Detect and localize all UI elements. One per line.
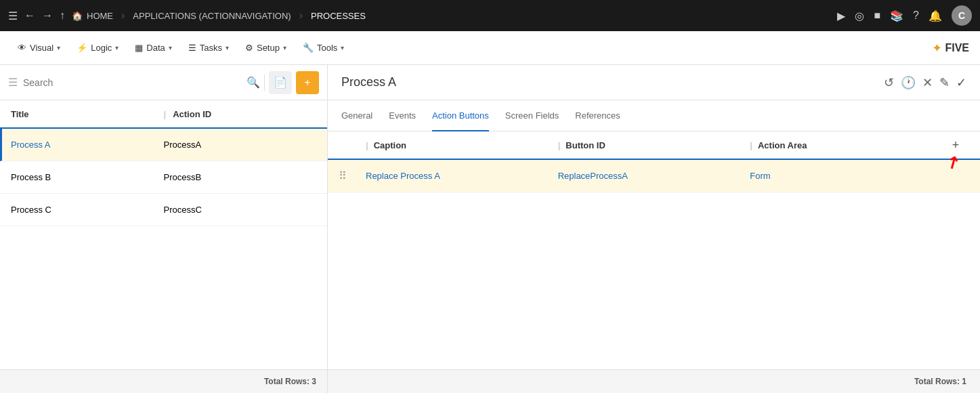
table-row[interactable]: Process A ProcessA <box>0 129 327 161</box>
right-cell-action-area-0: Form <box>750 171 942 181</box>
tab-screen-fields[interactable]: Screen Fields <box>505 101 559 131</box>
breadcrumb-sep-1: › <box>121 9 125 22</box>
books-icon[interactable]: 📚 <box>890 9 903 22</box>
search-icon[interactable]: 🔍 <box>247 76 260 89</box>
header-title: Title <box>11 109 164 119</box>
toolbar-logic[interactable]: ⚡ Logic ▾ <box>70 39 125 57</box>
breadcrumb-sep-2: › <box>299 9 303 22</box>
toolbar: 👁 Visual ▾ ⚡ Logic ▾ ▦ Data ▾ ☰ Tasks ▾ … <box>0 31 980 65</box>
breadcrumb-app[interactable]: APPLICATIONS (ACTIONNAVIGATION) <box>133 11 291 21</box>
tools-caret: ▾ <box>341 44 344 51</box>
search-actions: 🔍 📄 + <box>247 71 319 94</box>
cell-id-2: ProcessC <box>164 205 317 215</box>
search-bar: ☰ 🔍 📄 + <box>0 65 327 100</box>
toolbar-tools[interactable]: 🔧 Tools ▾ <box>296 39 351 57</box>
visual-icon: 👁 <box>18 43 26 53</box>
logic-icon: ⚡ <box>77 43 87 53</box>
right-panel-actions: ↺ 🕐 ✕ ✎ ✓ <box>884 75 966 90</box>
toolbar-tasks[interactable]: ☰ Tasks ▾ <box>182 39 236 57</box>
five-logo-icon: ✦ <box>932 41 942 56</box>
right-table-row[interactable]: ⠿ Replace Process A ReplaceProcessA Form <box>328 160 980 192</box>
filter-icon: ☰ <box>8 76 18 89</box>
top-nav-left: ☰ ← → ↑ 🏠 HOME › APPLICATIONS (ACTIONNAV… <box>8 9 832 22</box>
table-row[interactable]: Process C ProcessC <box>0 194 327 226</box>
play-icon[interactable]: ▶ <box>837 9 845 22</box>
cell-id-1: ProcessB <box>164 172 317 182</box>
add-button[interactable]: + <box>296 71 319 94</box>
cell-id-0: ProcessA <box>164 140 317 150</box>
search-divider <box>264 75 265 91</box>
table-row[interactable]: Process B ProcessB <box>0 161 327 194</box>
right-header-button-id: | Button ID <box>558 140 750 150</box>
breadcrumb-processes[interactable]: PROCESSES <box>311 11 366 21</box>
save-icon[interactable]: ✓ <box>956 75 966 90</box>
right-panel-title: Process A <box>341 75 396 89</box>
table-footer: Total Rows: 3 <box>0 369 327 393</box>
copy-button[interactable]: 📄 <box>269 71 292 94</box>
drag-handle-icon[interactable]: ⠿ <box>339 169 366 182</box>
menu-icon[interactable]: ☰ <box>8 9 18 22</box>
tab-general[interactable]: General <box>341 101 372 131</box>
toolbar-visual[interactable]: 👁 Visual ▾ <box>11 39 67 57</box>
right-panel: ↗ Process A ↺ 🕐 ✕ ✎ ✓ General Events Act… <box>328 65 980 393</box>
setup-icon: ⚙ <box>245 43 253 53</box>
edit-icon[interactable]: ✎ <box>939 75 950 90</box>
tab-action-buttons[interactable]: Action Buttons <box>432 101 489 131</box>
up-icon[interactable]: ↑ <box>60 9 65 22</box>
bell-icon[interactable]: 🔔 <box>929 9 942 22</box>
tab-references[interactable]: References <box>575 101 620 131</box>
right-header-caption: | Caption <box>366 140 558 150</box>
right-table-body: ⠿ Replace Process A ReplaceProcessA Form <box>328 160 980 369</box>
right-header-divider-2: | <box>558 140 561 150</box>
main-content: ☰ 🔍 📄 + Title | Action ID Process A Proc… <box>0 65 980 393</box>
close-icon[interactable]: ✕ <box>922 75 933 90</box>
right-cell-button-id-0: ReplaceProcessA <box>558 171 750 181</box>
visual-caret: ▾ <box>57 44 60 51</box>
add-row-button[interactable]: + <box>942 138 969 152</box>
tasks-caret: ▾ <box>226 44 229 51</box>
home-icon: 🏠 <box>72 11 83 21</box>
tab-events[interactable]: Events <box>389 101 416 131</box>
right-cell-caption-0: Replace Process A <box>366 171 558 181</box>
search-input[interactable] <box>23 77 241 88</box>
right-table-header: | Caption | Button ID | Action Area + <box>328 131 980 160</box>
cell-title-2: Process C <box>11 205 164 215</box>
help-icon[interactable]: ? <box>913 9 919 22</box>
data-caret: ▾ <box>169 44 172 51</box>
setup-caret: ▾ <box>283 44 286 51</box>
forward-icon[interactable]: → <box>42 9 53 22</box>
tabs: General Events Action Buttons Screen Fie… <box>328 100 980 131</box>
cell-title-0: Process A <box>11 140 164 150</box>
right-header-action-area: | Action Area <box>750 140 942 150</box>
toolbar-data[interactable]: ▦ Data ▾ <box>128 39 178 57</box>
breadcrumb-home[interactable]: 🏠 HOME <box>72 11 113 21</box>
search-nav-icon[interactable]: ◎ <box>855 9 864 22</box>
right-panel-header: Process A ↺ 🕐 ✕ ✎ ✓ <box>328 65 980 100</box>
five-logo: ✦ FIVE <box>932 41 969 56</box>
tasks-icon: ☰ <box>188 43 196 53</box>
table-body: Process A ProcessA Process B ProcessB Pr… <box>0 129 327 369</box>
table-header: Title | Action ID <box>0 100 327 129</box>
user-avatar[interactable]: C <box>952 5 972 26</box>
right-header-divider-3: | <box>750 140 752 150</box>
right-header-divider-1: | <box>366 140 368 150</box>
undo-icon[interactable]: ↺ <box>884 75 894 90</box>
header-divider: | <box>164 109 167 119</box>
header-action-id: | Action ID <box>164 109 317 119</box>
back-icon[interactable]: ← <box>24 9 35 22</box>
top-nav: ☰ ← → ↑ 🏠 HOME › APPLICATIONS (ACTIONNAV… <box>0 0 980 31</box>
top-nav-right: ▶ ◎ ■ 📚 ? 🔔 C <box>837 5 972 26</box>
data-icon: ▦ <box>135 43 143 53</box>
logic-caret: ▾ <box>115 44 119 51</box>
stop-icon[interactable]: ■ <box>874 9 880 22</box>
right-footer: Total Rows: 1 <box>328 369 980 393</box>
cell-title-1: Process B <box>11 172 164 182</box>
tools-icon: 🔧 <box>303 43 314 53</box>
history-icon[interactable]: 🕐 <box>901 75 916 90</box>
toolbar-setup[interactable]: ⚙ Setup ▾ <box>238 39 293 57</box>
left-panel: ☰ 🔍 📄 + Title | Action ID Process A Proc… <box>0 65 328 393</box>
